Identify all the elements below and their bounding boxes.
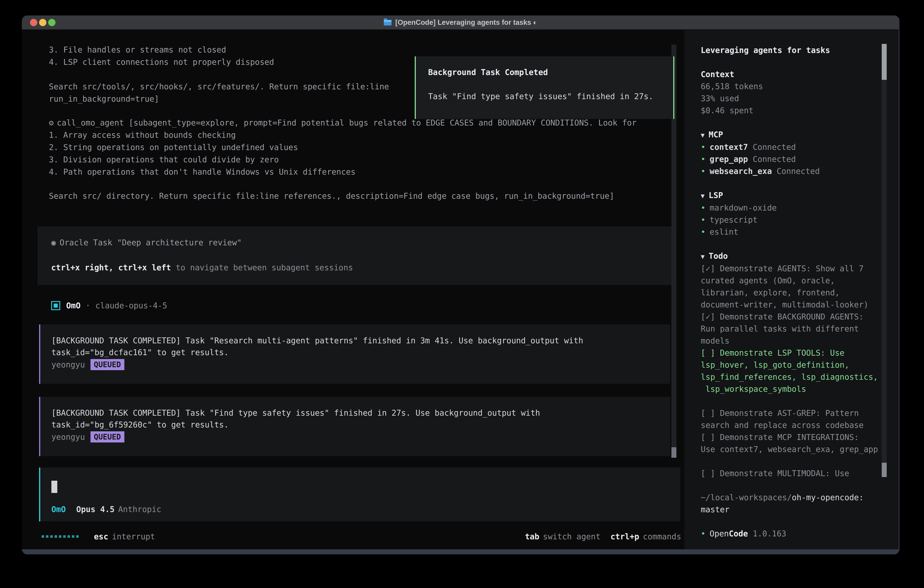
keybind-ctrlx-left: ctrl+x left bbox=[114, 263, 171, 272]
notification-title: Background Task Completed bbox=[428, 68, 548, 77]
todo-heading[interactable]: ▼Todo bbox=[701, 250, 879, 263]
esc-key-label: interrupt bbox=[112, 532, 155, 541]
task-line1: [BACKGROUND TASK COMPLETED] Task "Find t… bbox=[51, 408, 540, 418]
bullet-dot-icon: • bbox=[701, 142, 706, 152]
fisheye-icon: ◉ bbox=[51, 238, 56, 247]
todo-item: [ ]Demonstrate AST-GREP: Pattern search … bbox=[701, 407, 879, 431]
titlebar: [OpenCode] Leveraging agents for tasks ◐ bbox=[22, 15, 899, 30]
task-user: yeongyu bbox=[51, 433, 85, 441]
session-sidebar: Leveraging agents for tasks Context 66,5… bbox=[684, 30, 899, 549]
todo-text: Demonstrate AGENTS: Show all 7 curated a… bbox=[701, 264, 868, 309]
agent-model: claude-opus-4-5 bbox=[95, 301, 167, 310]
input-model-row: OmO Opus 4.5 Anthropic bbox=[51, 505, 161, 514]
keybind-ctrlx-right: ctrl+x right, bbox=[51, 263, 114, 272]
bullet-dot-icon: • bbox=[701, 215, 706, 225]
workspace-path: ~/local-workspaces/oh-my-opencode: maste… bbox=[701, 492, 879, 516]
bullet-dot-icon: • bbox=[701, 155, 706, 164]
app-name: OpenCode bbox=[710, 529, 748, 538]
todo-checkbox: [✓] bbox=[701, 264, 715, 273]
text-line: 3. File handles or streams not closed bbox=[49, 44, 274, 56]
sidebar-scrollbar-track[interactable] bbox=[882, 44, 887, 477]
todo-checkbox: [ ] bbox=[701, 469, 715, 478]
spinner-dots-icon bbox=[41, 535, 80, 538]
task-meta: yeongyu QUEUED bbox=[51, 431, 124, 443]
main-scrollbar-thumb[interactable] bbox=[672, 447, 676, 458]
context-line: 66,518 tokens bbox=[701, 81, 879, 92]
mcp-item: •context7Connected bbox=[701, 141, 879, 153]
todo-checkbox: [ ] bbox=[701, 433, 715, 442]
status-bar: esc interrupt tab switch agent ctrl+p co… bbox=[41, 530, 681, 543]
agent-call-block: ⚙call_omo_agent [subagent_type=explore, … bbox=[49, 117, 637, 178]
message-lines: Search src/tools/, src/hooks/, src/featu… bbox=[49, 81, 389, 105]
agent-session-header: OmO · claude-opus-4-5 bbox=[51, 299, 167, 312]
todo-text: Demonstrate LSP TOOLS: Use lsp_hover, ls… bbox=[701, 349, 878, 393]
text-line: run_in_background=true] bbox=[49, 93, 389, 105]
window-bottom-strip bbox=[22, 549, 899, 554]
commands-hint: ctrl+p commands bbox=[610, 532, 681, 541]
chevron-down-icon: ▼ bbox=[701, 253, 705, 260]
todo-item: [✓]Demonstrate BACKGROUND AGENTS: Run pa… bbox=[701, 311, 879, 347]
mcp-item: •websearch_exaConnected bbox=[701, 165, 879, 177]
message-lines: 3. File handles or streams not closed4. … bbox=[49, 44, 274, 68]
text-cursor bbox=[51, 481, 57, 493]
todo-item: [ ]Demonstrate LSP TOOLS: Use lsp_hover,… bbox=[701, 347, 879, 395]
todo-text: Demonstrate BACKGROUND AGENTS: Run paral… bbox=[701, 312, 863, 345]
notification-toast: Background Task Completed Task "Find typ… bbox=[415, 56, 674, 119]
chat-transcript[interactable]: 3. File handles or streams not closed4. … bbox=[22, 30, 684, 549]
text-line: 4. LSP client connections not properly d… bbox=[49, 56, 274, 68]
task-meta: yeongyu QUEUED bbox=[51, 359, 124, 370]
repo-name: oh-my-opencode: bbox=[792, 493, 863, 502]
folder-icon bbox=[384, 20, 391, 25]
background-task-card: [BACKGROUND TASK COMPLETED] Task "Resear… bbox=[39, 324, 670, 384]
input-model-name: Opus 4.5 bbox=[76, 505, 115, 514]
oracle-task-hint: ctrl+x right, ctrl+x left to navigate be… bbox=[51, 263, 353, 272]
oracle-task-card: ◉Oracle Task "Deep architecture review" … bbox=[38, 226, 673, 285]
prompt-input[interactable]: OmO Opus 4.5 Anthropic bbox=[39, 467, 680, 521]
context-line: $0.46 spent bbox=[701, 105, 879, 117]
notification-body: Task "Find type safety issues" finished … bbox=[428, 92, 653, 101]
text-line: Search src/ directory. Return specific f… bbox=[49, 190, 614, 202]
background-task-card: [BACKGROUND TASK COMPLETED] Task "Find t… bbox=[39, 397, 670, 456]
todo-item: [ ]Demonstrate MULTIMODAL: Use bbox=[701, 467, 879, 479]
window-title: [OpenCode] Leveraging agents for tasks ◐ bbox=[395, 18, 537, 26]
sidebar-scrollbar-thumb[interactable] bbox=[882, 44, 887, 80]
task-line2: task_id="bg_6f59260c" to get results. bbox=[51, 420, 229, 429]
text-line: 2. String operations on potentially unde… bbox=[49, 141, 637, 154]
mcp-section: ▼MCP •context7Connected •grep_appConnect… bbox=[701, 129, 879, 177]
todo-checkbox: [ ] bbox=[701, 409, 715, 418]
text-line: 3. Division operations that could divide… bbox=[49, 154, 637, 166]
bullet-dot-icon: • bbox=[701, 167, 706, 176]
bullet-dot-icon: • bbox=[701, 203, 706, 212]
input-provider: Anthropic bbox=[118, 505, 162, 514]
desktop: [OpenCode] Leveraging agents for tasks ◐… bbox=[0, 0, 924, 588]
statusbar-right: tab switch agent ctrl+p commands bbox=[525, 532, 681, 541]
task-user: yeongyu bbox=[51, 360, 85, 369]
bullet-dot-icon: • bbox=[701, 227, 706, 236]
context-section: Context 66,518 tokens33% used$0.46 spent bbox=[701, 68, 879, 117]
oracle-task-title: ◉Oracle Task "Deep architecture review" bbox=[51, 238, 242, 247]
app-version: 1.0.163 bbox=[753, 529, 787, 538]
chevron-down-icon: ▼ bbox=[701, 131, 705, 139]
chevron-down-icon: ▼ bbox=[701, 192, 705, 200]
task-line2: task_id="bg_dcfac161" to get results. bbox=[51, 348, 229, 357]
lsp-item: •eslint bbox=[701, 226, 879, 238]
tool-call-text: call_omo_agent [subagent_type=explore, p… bbox=[57, 118, 637, 127]
sidebar-scrollbar-endcap bbox=[882, 463, 887, 477]
todo-item: [ ]Demonstrate MCP INTEGRATIONS: Use con… bbox=[701, 431, 879, 456]
separator-dot: · bbox=[86, 301, 90, 310]
todo-item: [✓]Demonstrate AGENTS: Show all 7 curate… bbox=[701, 263, 879, 311]
task-line1: [BACKGROUND TASK COMPLETED] Task "Resear… bbox=[51, 336, 583, 345]
context-heading: Context bbox=[701, 68, 879, 81]
lsp-heading[interactable]: ▼LSP bbox=[701, 189, 879, 202]
branch-name: master bbox=[701, 504, 879, 516]
text-line: 4. Path operations that don't handle Win… bbox=[49, 166, 637, 178]
mcp-heading[interactable]: ▼MCP bbox=[701, 129, 879, 141]
agent-name: OmO bbox=[66, 301, 81, 310]
lsp-section: ▼LSP •markdown-oxide •typescript •eslint bbox=[701, 189, 879, 238]
gear-icon: ⚙ bbox=[49, 118, 54, 127]
esc-key-hint: esc bbox=[94, 532, 108, 541]
lsp-item: •typescript bbox=[701, 214, 879, 226]
mcp-item: •grep_appConnected bbox=[701, 153, 879, 165]
todo-text: Demonstrate AST-GREP: Pattern search and… bbox=[701, 409, 863, 430]
agent-square-icon bbox=[51, 301, 60, 310]
